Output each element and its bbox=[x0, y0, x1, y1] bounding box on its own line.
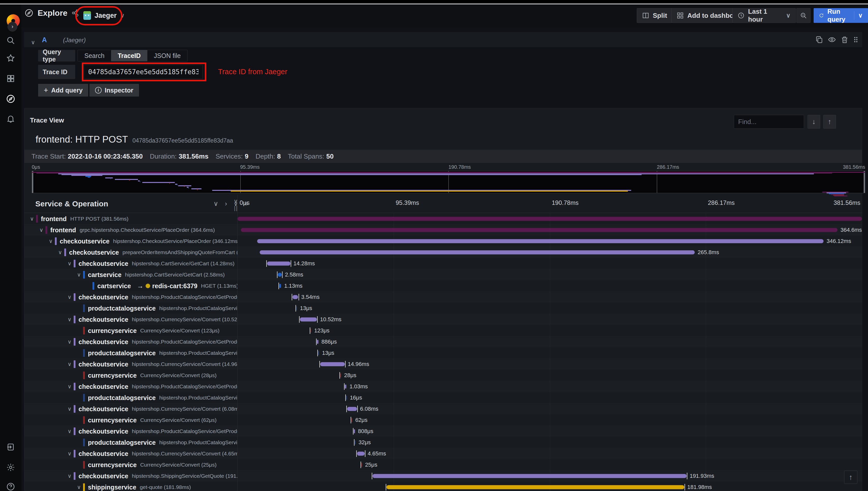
span-collapse-chevron-icon[interactable]: ∨ bbox=[68, 339, 74, 345]
span-duration-bar[interactable] bbox=[300, 317, 317, 321]
tab-search[interactable]: Search bbox=[78, 50, 111, 61]
span-collapse-chevron-icon[interactable]: ∨ bbox=[30, 216, 36, 222]
span-duration-bar[interactable] bbox=[355, 440, 356, 444]
span-timeline-cell[interactable]: 1.03ms bbox=[238, 381, 862, 392]
span-name-cell[interactable]: ∨checkoutservicehipstershop.CurrencyServ… bbox=[24, 358, 238, 370]
span-row[interactable]: ∨cartservicehipstershop.CartService/GetC… bbox=[24, 269, 862, 280]
star-icon[interactable] bbox=[6, 53, 16, 63]
span-timeline-cell[interactable]: 14.96ms bbox=[238, 358, 862, 370]
span-name-cell[interactable]: ∨checkoutservicehipstershop.CurrencyServ… bbox=[24, 448, 238, 459]
span-collapse-chevron-icon[interactable]: ∨ bbox=[68, 383, 74, 389]
span-collapse-chevron-icon[interactable]: ∨ bbox=[58, 249, 64, 255]
span-duration-bar[interactable] bbox=[345, 384, 347, 388]
span-timeline-cell[interactable] bbox=[238, 213, 862, 224]
span-name-cell[interactable]: ∨cartservicehipstershop.CartService/GetC… bbox=[24, 269, 238, 280]
span-row[interactable]: ∨checkoutservicehipstershop.CartService/… bbox=[24, 258, 862, 269]
span-timeline-cell[interactable]: 14.28ms bbox=[238, 258, 862, 269]
span-timeline-cell[interactable]: 265.8ms bbox=[238, 247, 862, 258]
span-row[interactable]: productcatalogservicehipstershop.Product… bbox=[24, 347, 862, 358]
span-row[interactable]: currencyserviceCurrencyService/Convert (… bbox=[24, 325, 862, 336]
span-row[interactable]: ∨checkoutservicehipstershop.CurrencyServ… bbox=[24, 403, 862, 414]
span-duration-bar[interactable] bbox=[354, 429, 355, 433]
span-name-cell[interactable]: ∨frontendgrpc.hipstershop.CheckoutServic… bbox=[24, 224, 238, 236]
span-row[interactable]: ∨checkoutservicehipstershop.ProductCatal… bbox=[24, 291, 862, 303]
span-row[interactable]: currencyserviceCurrencyService/Convert (… bbox=[24, 370, 862, 381]
span-collapse-chevron-icon[interactable]: ∨ bbox=[68, 294, 74, 300]
span-collapse-chevron-icon[interactable]: ∨ bbox=[68, 406, 74, 412]
span-row[interactable]: ∨checkoutservicehipstershop.ShippingServ… bbox=[24, 470, 862, 482]
span-name-cell[interactable]: ∨checkoutservicehipstershop.ProductCatal… bbox=[24, 426, 238, 437]
span-row[interactable]: ∨checkoutserviceprepareOrderItemsAndShip… bbox=[24, 247, 862, 258]
span-name-cell[interactable]: ∨shippingserviceget-quote (181.98ms) bbox=[24, 482, 238, 491]
span-name-cell[interactable]: currencyserviceCurrencyService/Convert (… bbox=[24, 459, 238, 470]
span-name-cell[interactable]: ∨checkoutserviceprepareOrderItemsAndShip… bbox=[24, 247, 238, 258]
span-duration-bar[interactable] bbox=[387, 485, 684, 489]
span-row[interactable]: productcatalogservicehipstershop.Product… bbox=[24, 303, 862, 314]
span-timeline-cell[interactable]: 2.58ms bbox=[238, 269, 862, 280]
span-duration-bar[interactable] bbox=[279, 284, 281, 288]
span-name-cell[interactable]: ∨checkoutservicehipstershop.ProductCatal… bbox=[24, 336, 238, 347]
span-duration-bar[interactable] bbox=[320, 362, 345, 366]
span-timeline-cell[interactable]: 3.54ms bbox=[238, 291, 862, 303]
span-timeline-cell[interactable]: 16μs bbox=[238, 392, 862, 403]
span-collapse-chevron-icon[interactable]: ∨ bbox=[68, 361, 74, 367]
run-query-button[interactable]: Run query ∨ bbox=[814, 8, 868, 23]
add-query-button[interactable]: + Add query bbox=[38, 84, 88, 96]
span-timeline-cell[interactable]: 123μs bbox=[238, 325, 862, 336]
collapse-chevron-icon[interactable]: ∨ bbox=[31, 39, 35, 46]
span-duration-bar[interactable] bbox=[361, 463, 362, 467]
span-collapse-chevron-icon[interactable]: ∨ bbox=[68, 451, 74, 457]
hide-query-eye-icon[interactable] bbox=[828, 36, 837, 44]
bell-icon[interactable] bbox=[6, 114, 16, 124]
span-timeline-cell[interactable]: 1.13ms bbox=[238, 280, 862, 291]
span-collapse-chevron-icon[interactable]: ∨ bbox=[49, 238, 55, 244]
minimap-drag-handle[interactable] bbox=[864, 171, 865, 193]
help-icon[interactable] bbox=[6, 482, 16, 491]
span-row[interactable]: ∨checkoutservicehipstershop.ProductCatal… bbox=[24, 426, 862, 437]
span-name-cell[interactable]: productcatalogservicehipstershop.Product… bbox=[24, 347, 238, 358]
drag-handle-icon[interactable] bbox=[852, 36, 860, 44]
span-row[interactable]: ∨shippingserviceget-quote (181.98ms)181.… bbox=[24, 482, 862, 491]
dashboards-grid-icon[interactable] bbox=[6, 74, 16, 84]
zoom-out-button[interactable] bbox=[796, 8, 811, 23]
span-collapse-chevron-icon[interactable]: ∨ bbox=[68, 473, 74, 479]
sidebar-expand-button[interactable]: › bbox=[8, 22, 17, 31]
share-icon[interactable] bbox=[71, 9, 79, 17]
inspector-button[interactable]: i Inspector bbox=[89, 84, 139, 96]
settings-gear-icon[interactable] bbox=[6, 462, 16, 472]
span-name-cell[interactable]: ∨checkoutservicehipstershop.CheckoutServ… bbox=[24, 236, 238, 247]
span-timeline-cell[interactable]: 10.52ms bbox=[238, 314, 862, 325]
span-timeline-cell[interactable]: 13μs bbox=[238, 347, 862, 358]
span-name-cell[interactable]: ∨checkoutservicehipstershop.ProductCatal… bbox=[24, 381, 238, 392]
find-prev-button[interactable]: ↑ bbox=[823, 115, 836, 128]
span-name-cell[interactable]: currencyserviceCurrencyService/Convert (… bbox=[24, 414, 238, 426]
span-timeline-cell[interactable]: 346.12ms bbox=[238, 236, 862, 247]
span-duration-bar[interactable] bbox=[318, 351, 319, 355]
split-button[interactable]: Split bbox=[637, 8, 672, 23]
expand-one-icon[interactable]: › bbox=[225, 200, 227, 208]
tab-json-file[interactable]: JSON file bbox=[147, 50, 187, 61]
span-duration-bar[interactable] bbox=[238, 217, 862, 221]
sign-in-icon[interactable] bbox=[6, 442, 16, 452]
trace-id-input[interactable] bbox=[84, 65, 203, 79]
span-duration-bar[interactable] bbox=[357, 452, 365, 456]
span-collapse-chevron-icon[interactable]: ∨ bbox=[68, 428, 74, 434]
span-name-cell[interactable]: ∨checkoutservicehipstershop.CurrencyServ… bbox=[24, 314, 238, 325]
span-name-cell[interactable]: productcatalogservicehipstershop.Product… bbox=[24, 392, 238, 403]
span-collapse-chevron-icon[interactable]: ∨ bbox=[77, 272, 83, 278]
span-row[interactable]: ∨checkoutservicehipstershop.CheckoutServ… bbox=[24, 236, 862, 247]
scroll-to-top-button[interactable]: ↑ bbox=[844, 471, 857, 484]
span-timeline-cell[interactable]: 62μs bbox=[238, 414, 862, 426]
span-duration-bar[interactable] bbox=[310, 328, 311, 333]
span-name-cell[interactable]: currencyserviceCurrencyService/Convert (… bbox=[24, 325, 238, 336]
explore-compass-icon[interactable] bbox=[6, 94, 16, 104]
span-row[interactable]: ∨frontendHTTP POST (381.56ms) bbox=[24, 213, 862, 224]
span-duration-bar[interactable] bbox=[352, 418, 352, 422]
span-duration-bar[interactable] bbox=[347, 407, 357, 411]
copy-query-icon[interactable] bbox=[815, 36, 824, 44]
span-collapse-chevron-icon[interactable]: ∨ bbox=[68, 260, 74, 267]
span-name-cell[interactable]: ∨checkoutservicehipstershop.CartService/… bbox=[24, 258, 238, 269]
query-ref-id[interactable]: A bbox=[42, 36, 47, 44]
span-timeline-cell[interactable]: 13μs bbox=[238, 303, 862, 314]
span-name-cell[interactable]: ∨checkoutservicehipstershop.ProductCatal… bbox=[24, 291, 238, 303]
